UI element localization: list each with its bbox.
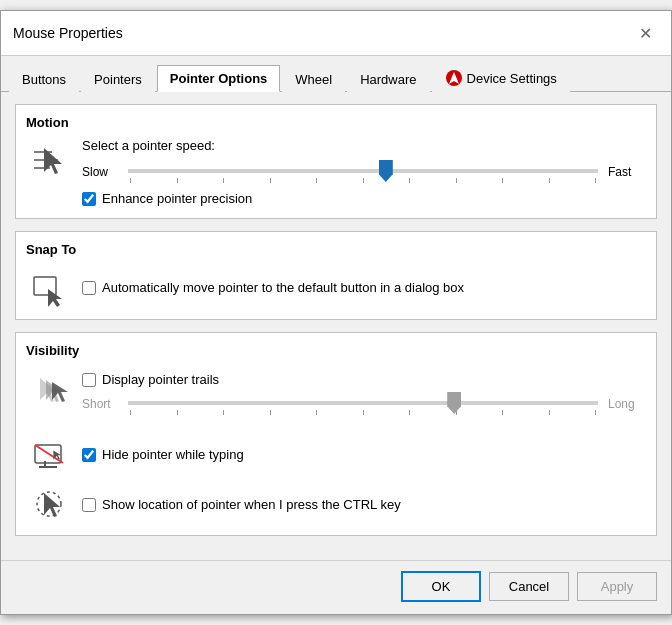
trails-slider-container	[128, 393, 598, 415]
tab-buttons[interactable]: Buttons	[9, 66, 79, 92]
trails-slider-row: Short Long	[82, 393, 644, 415]
snap-label[interactable]: Automatically move pointer to the defaul…	[102, 279, 464, 297]
snap-section: Snap To Automatically move pointer to th…	[15, 231, 657, 320]
motion-icon	[28, 138, 70, 180]
trails-body: Display pointer trails Short	[82, 366, 644, 423]
speed-label: Select a pointer speed:	[82, 138, 644, 153]
hide-label[interactable]: Hide pointer while typing	[102, 447, 244, 462]
dialog-title: Mouse Properties	[13, 25, 123, 41]
hide-checkbox[interactable]	[82, 448, 96, 462]
motion-section: Motion Select a pointer speed: Slow	[15, 104, 657, 219]
motion-body: Select a pointer speed: Slow	[82, 138, 644, 206]
trails-icon	[28, 366, 70, 408]
long-label: Long	[608, 397, 644, 411]
tab-wheel[interactable]: Wheel	[282, 66, 345, 92]
ctrl-row: Show location of pointer when I press th…	[28, 481, 644, 523]
ctrl-checkbox-row: Show location of pointer when I press th…	[82, 487, 644, 512]
tab-pointers[interactable]: Pointers	[81, 66, 155, 92]
precision-label[interactable]: Enhance pointer precision	[102, 191, 252, 206]
snap-body: Automatically move pointer to the defaul…	[82, 265, 644, 297]
trails-slider[interactable]	[128, 401, 598, 405]
fast-label: Fast	[608, 165, 644, 179]
svg-rect-12	[39, 466, 57, 468]
tab-hardware[interactable]: Hardware	[347, 66, 429, 92]
precision-row: Enhance pointer precision	[82, 191, 644, 206]
ctrl-label[interactable]: Show location of pointer when I press th…	[102, 497, 401, 512]
hide-checkbox-row: Hide pointer while typing	[82, 437, 644, 462]
trails-checkbox-row: Display pointer trails	[82, 372, 644, 387]
svg-marker-4	[44, 148, 62, 174]
title-bar: Mouse Properties ✕	[1, 11, 671, 56]
tab-pointer-options[interactable]: Pointer Options	[157, 65, 281, 92]
trails-row: Display pointer trails Short	[28, 366, 644, 423]
precision-checkbox[interactable]	[82, 192, 96, 206]
short-label: Short	[82, 397, 118, 411]
device-settings-icon	[445, 69, 463, 87]
snap-icon	[28, 265, 70, 307]
content-area: Motion Select a pointer speed: Slow	[1, 92, 671, 560]
svg-marker-6	[48, 289, 62, 307]
close-button[interactable]: ✕	[631, 19, 659, 47]
snap-row: Automatically move pointer to the defaul…	[28, 265, 644, 307]
ctrl-checkbox[interactable]	[82, 498, 96, 512]
snap-checkbox-row: Automatically move pointer to the defaul…	[82, 271, 644, 297]
apply-button[interactable]: Apply	[577, 572, 657, 601]
motion-row: Select a pointer speed: Slow	[28, 138, 644, 206]
speed-slider[interactable]	[128, 169, 598, 173]
snap-checkbox[interactable]	[82, 281, 96, 295]
speed-slider-row: Slow Fast	[82, 161, 644, 183]
svg-rect-5	[34, 277, 56, 295]
dialog: Mouse Properties ✕ Buttons Pointers Poin…	[0, 10, 672, 615]
tab-device-settings[interactable]: Device Settings	[432, 63, 570, 92]
trails-label[interactable]: Display pointer trails	[102, 372, 219, 387]
tab-bar: Buttons Pointers Pointer Options Wheel H…	[1, 56, 671, 92]
motion-header: Motion	[26, 115, 644, 130]
hide-row: Hide pointer while typing	[28, 431, 644, 473]
ctrl-icon	[28, 481, 70, 523]
hide-body: Hide pointer while typing	[82, 431, 644, 462]
ok-button[interactable]: OK	[401, 571, 481, 602]
footer: OK Cancel Apply	[1, 560, 671, 614]
svg-marker-9	[52, 382, 68, 402]
slow-label: Slow	[82, 165, 118, 179]
hide-icon	[28, 431, 70, 473]
visibility-section: Visibility Display pointer trails	[15, 332, 657, 536]
cancel-button[interactable]: Cancel	[489, 572, 569, 601]
speed-slider-container	[128, 161, 598, 183]
trails-checkbox[interactable]	[82, 373, 96, 387]
snap-header: Snap To	[26, 242, 644, 257]
ctrl-body: Show location of pointer when I press th…	[82, 481, 644, 512]
visibility-header: Visibility	[26, 343, 644, 358]
